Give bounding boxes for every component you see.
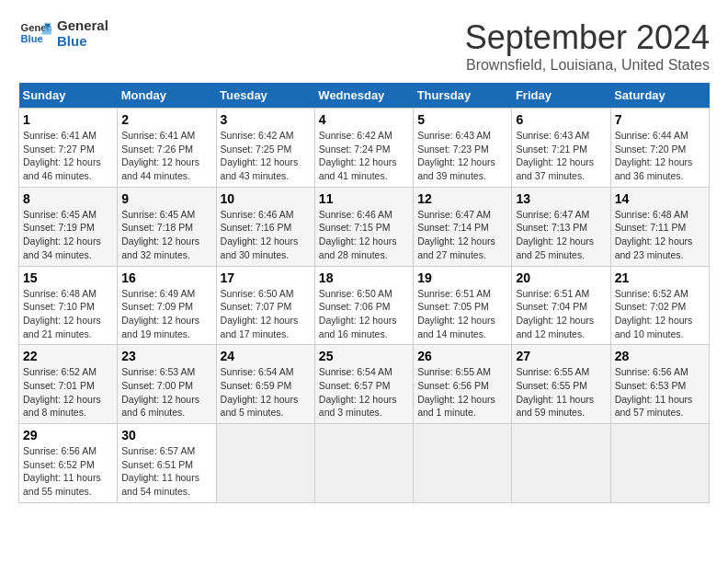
calendar-cell: 14 Sunrise: 6:48 AMSunset: 7:11 PMDaylig… (610, 187, 709, 266)
calendar-cell: 24 Sunrise: 6:54 AMSunset: 6:59 PMDaylig… (216, 345, 314, 424)
calendar-week-3: 22 Sunrise: 6:52 AMSunset: 7:01 PMDaylig… (19, 345, 710, 424)
day-info: Sunrise: 6:47 AMSunset: 7:14 PMDaylight:… (417, 208, 507, 262)
calendar-cell: 28 Sunrise: 6:56 AMSunset: 6:53 PMDaylig… (610, 345, 709, 424)
calendar-week-2: 15 Sunrise: 6:48 AMSunset: 7:10 PMDaylig… (19, 266, 710, 345)
day-number: 22 (23, 349, 113, 363)
day-number: 24 (221, 349, 311, 363)
day-info: Sunrise: 6:56 AMSunset: 6:53 PMDaylight:… (615, 365, 705, 419)
day-number: 15 (23, 270, 113, 285)
day-info: Sunrise: 6:54 AMSunset: 6:57 PMDaylight:… (319, 365, 409, 419)
day-info: Sunrise: 6:44 AMSunset: 7:20 PMDaylight:… (615, 129, 705, 183)
calendar-cell: 8 Sunrise: 6:45 AMSunset: 7:19 PMDayligh… (19, 187, 118, 266)
header: General Blue General Blue September 2024… (18, 18, 710, 74)
day-info: Sunrise: 6:47 AMSunset: 7:13 PMDaylight:… (516, 208, 606, 262)
day-number: 8 (23, 191, 113, 206)
header-row: Sunday Monday Tuesday Wednesday Thursday… (19, 83, 710, 109)
day-info: Sunrise: 6:48 AMSunset: 7:11 PMDaylight:… (615, 208, 705, 262)
day-info: Sunrise: 6:54 AMSunset: 6:59 PMDaylight:… (221, 365, 311, 419)
day-number: 26 (417, 349, 507, 363)
calendar-cell: 25 Sunrise: 6:54 AMSunset: 6:57 PMDaylig… (314, 345, 413, 424)
day-number: 9 (121, 191, 211, 206)
day-info: Sunrise: 6:43 AMSunset: 7:21 PMDaylight:… (516, 129, 606, 183)
calendar-cell: 26 Sunrise: 6:55 AMSunset: 6:56 PMDaylig… (414, 345, 512, 424)
day-number: 29 (23, 428, 113, 442)
calendar-cell: 2 Sunrise: 6:41 AMSunset: 7:26 PMDayligh… (118, 109, 216, 188)
day-info: Sunrise: 6:52 AMSunset: 7:01 PMDaylight:… (23, 365, 113, 419)
calendar-week-4: 29 Sunrise: 6:56 AMSunset: 6:52 PMDaylig… (19, 424, 710, 503)
day-info: Sunrise: 6:46 AMSunset: 7:15 PMDaylight:… (319, 208, 409, 262)
calendar-cell: 27 Sunrise: 6:55 AMSunset: 6:55 PMDaylig… (512, 345, 610, 424)
day-number: 12 (417, 191, 507, 206)
day-info: Sunrise: 6:48 AMSunset: 7:10 PMDaylight:… (23, 287, 113, 341)
day-info: Sunrise: 6:53 AMSunset: 7:00 PMDaylight:… (121, 365, 211, 419)
day-info: Sunrise: 6:49 AMSunset: 7:09 PMDaylight:… (121, 287, 211, 341)
day-number: 7 (615, 112, 705, 127)
calendar-week-0: 1 Sunrise: 6:41 AMSunset: 7:27 PMDayligh… (19, 109, 710, 188)
day-number: 20 (516, 270, 606, 285)
calendar-cell: 20 Sunrise: 6:51 AMSunset: 7:04 PMDaylig… (512, 266, 610, 345)
day-number: 18 (319, 270, 409, 285)
col-tuesday: Tuesday (216, 83, 314, 109)
day-number: 23 (121, 349, 211, 363)
calendar-cell: 30 Sunrise: 6:57 AMSunset: 6:51 PMDaylig… (118, 424, 216, 503)
col-sunday: Sunday (19, 83, 118, 109)
day-number: 5 (417, 112, 507, 127)
calendar-cell: 17 Sunrise: 6:50 AMSunset: 7:07 PMDaylig… (216, 266, 314, 345)
calendar-week-1: 8 Sunrise: 6:45 AMSunset: 7:19 PMDayligh… (19, 187, 710, 266)
calendar-cell: 7 Sunrise: 6:44 AMSunset: 7:20 PMDayligh… (610, 109, 709, 188)
day-number: 27 (516, 349, 606, 363)
calendar-cell: 9 Sunrise: 6:45 AMSunset: 7:18 PMDayligh… (118, 187, 216, 266)
day-number: 25 (319, 349, 409, 363)
logo-icon: General Blue (18, 20, 51, 48)
day-number: 10 (221, 191, 311, 206)
day-info: Sunrise: 6:50 AMSunset: 7:07 PMDaylight:… (221, 287, 311, 341)
day-number: 19 (417, 270, 507, 285)
calendar-cell (216, 424, 314, 503)
calendar-cell: 10 Sunrise: 6:46 AMSunset: 7:16 PMDaylig… (216, 187, 314, 266)
day-info: Sunrise: 6:55 AMSunset: 6:55 PMDaylight:… (516, 365, 606, 419)
calendar-cell: 6 Sunrise: 6:43 AMSunset: 7:21 PMDayligh… (512, 109, 610, 188)
logo-text-line2: Blue (57, 34, 108, 50)
logo: General Blue General Blue (18, 18, 108, 49)
calendar-cell: 22 Sunrise: 6:52 AMSunset: 7:01 PMDaylig… (19, 345, 118, 424)
day-info: Sunrise: 6:45 AMSunset: 7:18 PMDaylight:… (121, 208, 211, 262)
day-number: 3 (221, 112, 311, 127)
day-info: Sunrise: 6:51 AMSunset: 7:05 PMDaylight:… (417, 287, 507, 341)
day-number: 13 (516, 191, 606, 206)
day-info: Sunrise: 6:45 AMSunset: 7:19 PMDaylight:… (23, 208, 113, 262)
day-number: 21 (615, 270, 705, 285)
calendar-cell: 5 Sunrise: 6:43 AMSunset: 7:23 PMDayligh… (414, 109, 512, 188)
day-info: Sunrise: 6:42 AMSunset: 7:24 PMDaylight:… (319, 129, 409, 183)
calendar-cell: 3 Sunrise: 6:42 AMSunset: 7:25 PMDayligh… (216, 109, 314, 188)
day-number: 30 (121, 428, 211, 442)
col-saturday: Saturday (610, 83, 709, 109)
calendar-cell: 12 Sunrise: 6:47 AMSunset: 7:14 PMDaylig… (414, 187, 512, 266)
calendar-cell: 21 Sunrise: 6:52 AMSunset: 7:02 PMDaylig… (610, 266, 709, 345)
day-info: Sunrise: 6:51 AMSunset: 7:04 PMDaylight:… (516, 287, 606, 341)
day-number: 1 (23, 112, 113, 127)
calendar-cell: 1 Sunrise: 6:41 AMSunset: 7:27 PMDayligh… (19, 109, 118, 188)
day-info: Sunrise: 6:56 AMSunset: 6:52 PMDaylight:… (23, 444, 113, 499)
day-number: 4 (319, 112, 409, 127)
col-wednesday: Wednesday (314, 83, 413, 109)
day-info: Sunrise: 6:57 AMSunset: 6:51 PMDaylight:… (121, 444, 211, 499)
calendar-cell: 19 Sunrise: 6:51 AMSunset: 7:05 PMDaylig… (414, 266, 512, 345)
day-number: 6 (516, 112, 606, 127)
location-title: Brownsfield, Louisiana, United States (465, 57, 710, 74)
day-info: Sunrise: 6:41 AMSunset: 7:27 PMDaylight:… (23, 129, 113, 183)
day-info: Sunrise: 6:50 AMSunset: 7:06 PMDaylight:… (319, 287, 409, 341)
day-info: Sunrise: 6:55 AMSunset: 6:56 PMDaylight:… (417, 365, 507, 419)
calendar-cell: 18 Sunrise: 6:50 AMSunset: 7:06 PMDaylig… (314, 266, 413, 345)
day-info: Sunrise: 6:46 AMSunset: 7:16 PMDaylight:… (221, 208, 311, 262)
calendar-cell (610, 424, 709, 503)
day-info: Sunrise: 6:43 AMSunset: 7:23 PMDaylight:… (417, 129, 507, 183)
day-number: 17 (221, 270, 311, 285)
title-section: September 2024 Brownsfield, Louisiana, U… (465, 18, 710, 74)
col-friday: Friday (512, 83, 610, 109)
calendar-table: Sunday Monday Tuesday Wednesday Thursday… (18, 83, 710, 503)
calendar-cell: 15 Sunrise: 6:48 AMSunset: 7:10 PMDaylig… (19, 266, 118, 345)
day-number: 14 (615, 191, 705, 206)
calendar-cell: 4 Sunrise: 6:42 AMSunset: 7:24 PMDayligh… (314, 109, 413, 188)
day-info: Sunrise: 6:52 AMSunset: 7:02 PMDaylight:… (615, 287, 705, 341)
day-number: 16 (121, 270, 211, 285)
